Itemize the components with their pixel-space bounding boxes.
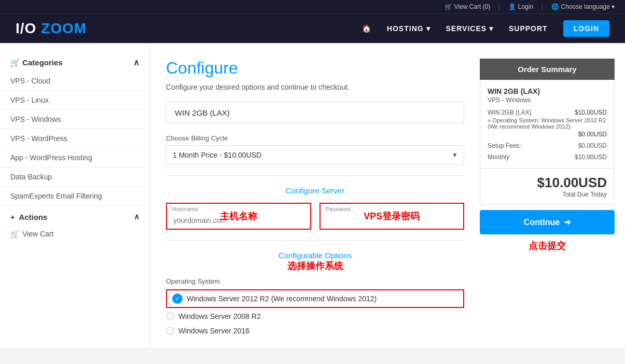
logo: I/O ZOOM: [16, 20, 87, 37]
actions-header: + Actions ∧: [0, 206, 150, 226]
os-label: Operating System: [166, 277, 464, 285]
right-panel: Order Summary WIN 2GB (LAX) VPS - Window…: [480, 43, 625, 347]
logo-io: I/O: [16, 20, 36, 36]
setup-fees-label: Setup Fees:: [488, 142, 521, 149]
password-field: Password VPS登录密码: [320, 203, 465, 230]
cart-link[interactable]: 🛒 View Cart (0): [445, 3, 490, 10]
language-link[interactable]: 🌐 Choose language ▾: [551, 3, 615, 10]
cart-label: View Cart (0): [454, 3, 490, 10]
continue-icon: ➜: [564, 217, 571, 227]
os-option-0-label: Windows Server 2012 R2 (We recommend Win…: [187, 295, 377, 303]
billing-select-wrapper: 1 Month Price - $10.00USD: [166, 145, 464, 165]
nav-services[interactable]: SERVICES ▾: [446, 24, 493, 33]
order-total-box: $10.00USD Total Due Today: [480, 169, 615, 205]
submit-hint: 点击提交: [480, 240, 615, 252]
configurable-title: Configurable Options: [279, 251, 352, 260]
billing-select[interactable]: 1 Month Price - $10.00USD: [166, 145, 464, 165]
setup-fees-value: $0.00USD: [578, 142, 607, 149]
order-total-amount: $10.00USD: [488, 175, 607, 191]
nav-support[interactable]: SUPPORT: [509, 24, 548, 33]
os-option-1[interactable]: Windows Server 2008 R2: [166, 310, 464, 323]
order-line1-label: WIN 2GB (LAX): [488, 109, 575, 116]
os-option-selected[interactable]: ✓ Windows Server 2012 R2 (We recommend W…: [166, 289, 464, 308]
header: I/O ZOOM 🏠 HOSTING ▾ SERVICES ▾ SUPPORT …: [0, 13, 625, 43]
login-label: Login: [518, 3, 533, 10]
order-product-type: VPS - Windows: [488, 96, 607, 104]
billing-label: Choose Billing Cycle: [166, 134, 464, 142]
page-title: Configure: [166, 59, 464, 78]
order-line1-value: $10.00USD: [575, 109, 607, 116]
order-summary-body: WIN 2GB (LAX) VPS - Windows WIN 2GB (LAX…: [480, 80, 615, 169]
product-name-box: WIN 2GB (LAX): [166, 102, 464, 124]
order-line1: WIN 2GB (LAX) $10.00USD: [488, 109, 607, 116]
login-link[interactable]: 👤 Login: [508, 3, 533, 10]
language-label: Choose language: [561, 3, 610, 10]
login-button[interactable]: LOGIN: [563, 20, 609, 37]
sidebar: 🛒 Categories ∧ VPS - Cloud VPS - Linux V…: [0, 43, 150, 347]
monthly-value: $10.00USD: [575, 153, 607, 161]
sidebar-item-vps-wordpress[interactable]: VPS - WordPress: [0, 129, 150, 148]
categories-label: 🛒 Categories: [10, 58, 63, 67]
password-label: Password: [326, 206, 351, 212]
sidebar-view-cart[interactable]: 🛒 View Cart: [0, 226, 150, 242]
categories-chevron[interactable]: ∧: [133, 58, 140, 67]
radio-2: [166, 327, 174, 335]
actions-label: + Actions: [10, 213, 47, 221]
categories-header: 🛒 Categories ∧: [0, 53, 150, 72]
order-product-name: WIN 2GB (LAX): [488, 87, 607, 95]
os-option-1-label: Windows Server 2008 R2: [178, 312, 261, 320]
continue-button[interactable]: Continue ➜: [480, 210, 615, 234]
radio-1: [166, 312, 174, 320]
order-summary: Order Summary WIN 2GB (LAX) VPS - Window…: [480, 59, 615, 252]
hostname-field: Hostname 主机名称: [166, 203, 311, 230]
actions-chevron[interactable]: ∧: [134, 212, 140, 221]
sidebar-item-spamexperts[interactable]: SpamExperts Email Filtering: [0, 187, 150, 206]
sidebar-item-data-backup[interactable]: Data Backup: [0, 167, 150, 187]
monthly-label: Monthly:: [488, 153, 511, 161]
sidebar-item-vps-windows[interactable]: VPS - Windows: [0, 110, 150, 129]
separator: |: [498, 3, 500, 10]
sidebar-item-app-wordpress[interactable]: App - WordPress Hosting: [0, 148, 150, 167]
main-layout: 🛒 Categories ∧ VPS - Cloud VPS - Linux V…: [0, 43, 625, 347]
nav-hosting[interactable]: HOSTING ▾: [387, 24, 430, 33]
order-summary-header: Order Summary: [480, 59, 615, 80]
cart-icon: 🛒: [10, 230, 19, 238]
os-option-2[interactable]: Windows Server 2016: [166, 325, 464, 337]
divider1: [166, 175, 464, 176]
divider2: [166, 240, 464, 241]
check-icon: ✓: [172, 293, 183, 304]
sidebar-item-vps-linux[interactable]: VPS - Linux: [0, 91, 150, 110]
nav-home[interactable]: 🏠: [362, 24, 371, 33]
server-fields: Hostname 主机名称 Password VPS登录密码: [166, 203, 464, 230]
page-subtitle: Configure your desired options and conti…: [166, 83, 464, 91]
separator2: |: [541, 3, 543, 10]
setup-fees-line: Setup Fees: $0.00USD: [488, 142, 607, 149]
order-note: » Operating System: Windows Server 2012 …: [488, 117, 607, 130]
sidebar-item-vps-cloud[interactable]: VPS - Cloud: [0, 72, 150, 91]
configurable-section: Configurable Options 选择操作系统 Operating Sy…: [166, 251, 464, 337]
configurable-hint: 选择操作系统: [287, 261, 343, 271]
home-icon: 🏠: [362, 24, 371, 33]
plus-icon: +: [10, 213, 15, 221]
monthly-line: Monthly: $10.00USD: [488, 153, 607, 161]
os-option-2-label: Windows Server 2016: [178, 327, 249, 335]
order-total-label: Total Due Today: [488, 191, 607, 198]
main-nav: 🏠 HOSTING ▾ SERVICES ▾ SUPPORT LOGIN: [362, 20, 609, 37]
configurable-title-wrapper: Configurable Options 选择操作系统: [166, 251, 464, 272]
order-note-value: $0.00USD: [488, 131, 607, 138]
logo-zoom: ZOOM: [41, 20, 87, 36]
content-area: Configure Configure your desired options…: [150, 43, 480, 347]
hostname-label: Hostname: [172, 206, 198, 212]
top-bar: 🛒 View Cart (0) | 👤 Login | 🌐 Choose lan…: [0, 0, 625, 13]
configure-server-title: Configure Server: [166, 186, 464, 195]
